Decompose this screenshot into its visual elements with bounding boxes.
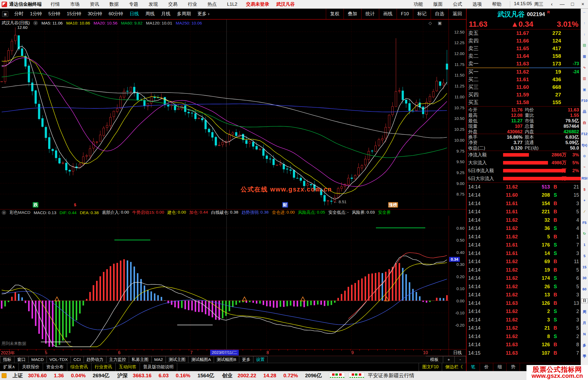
template-button[interactable]: 模板 [426, 356, 443, 363]
menu-item-2[interactable]: 资讯 [85, 1, 104, 7]
index-name-2[interactable]: 创业 [222, 372, 232, 379]
tool-button-2[interactable]: 统计 [361, 9, 379, 19]
tab-indicator-6[interactable]: 主力监控 [106, 356, 129, 363]
period-tab-6[interactable]: 日线 [126, 9, 142, 19]
period-tab-0[interactable]: 分时 [11, 9, 27, 19]
tab-indicator-9[interactable]: 测试主图 [166, 356, 188, 363]
period-tab-1[interactable]: 1分钟 [27, 9, 45, 19]
period-15min[interactable]: 15 [581, 265, 588, 269]
period-tab-2[interactable]: 5分钟 [45, 9, 63, 19]
period-30min[interactable]: 30 [581, 276, 588, 280]
tool-button-4[interactable]: F10 [397, 9, 413, 19]
tick-tab-1[interactable]: 价 [480, 363, 493, 371]
f12-icon[interactable]: F12 [581, 132, 588, 136]
tab-indicator-3[interactable]: VOL-TDX [47, 356, 71, 363]
ext-tab-1[interactable]: 关联报价 [19, 363, 43, 371]
broker-status-icon[interactable] [2, 373, 7, 378]
index-name-0[interactable]: 上证 [13, 372, 23, 379]
tick-tab-2[interactable]: 细 [493, 363, 507, 371]
custom-icon[interactable]: 自 [581, 121, 588, 125]
market-trend-icon-0[interactable] [329, 372, 345, 379]
ext-tab-4[interactable]: 行业资讯 [91, 363, 116, 371]
period-tab-3[interactable]: 15分钟 [63, 9, 84, 19]
period-month[interactable]: 月 [581, 321, 588, 325]
pencil-icon[interactable]: ∕ [581, 210, 588, 214]
collapse-caret-icon[interactable]: ∨ [2, 210, 6, 215]
menu-item-3[interactable]: 数据 [104, 1, 124, 7]
report-icon[interactable]: ▤ [581, 43, 588, 47]
menu-right-item-2[interactable]: 公式 [448, 1, 467, 7]
menu-right-item-0[interactable]: 功能 [409, 1, 428, 7]
menu-item-8[interactable]: 热点 [202, 1, 222, 7]
formula-icon[interactable]: f(x) [581, 143, 588, 147]
tab-indicator-2[interactable]: MACD [29, 356, 47, 363]
refresh-icon[interactable]: ↻ [581, 232, 588, 236]
tab-indicator-10[interactable]: 测试幅图A [188, 356, 214, 363]
layout-icon[interactable]: ▣ [2, 11, 8, 17]
period-multi[interactable]: 多 [581, 343, 588, 348]
tab-indicator-11[interactable]: 测试幅图B [214, 356, 239, 363]
chart-marker-0[interactable]: 跌 [33, 202, 38, 208]
period-tab-8[interactable]: 月线 [158, 9, 174, 19]
zoom-in-button[interactable]: + [443, 356, 455, 363]
market-trend-icon-1[interactable] [349, 372, 365, 379]
tab-indicator-13[interactable]: 设置 [253, 356, 268, 363]
tab-indicator-12[interactable]: 更多 [239, 356, 253, 363]
index-name-1[interactable]: 沪深 [117, 372, 128, 379]
back-arrow-icon[interactable]: ← [581, 10, 588, 14]
tab-indicator-4[interactable]: CCI [71, 356, 84, 363]
tick-tab-3[interactable]: 势 [507, 363, 520, 371]
pages-icon[interactable]: ▣ [581, 88, 588, 92]
period-1min[interactable]: 1 [581, 243, 588, 247]
ext-tab-0[interactable]: 扩展∧ [0, 363, 19, 371]
tool-button-6[interactable]: 自选 [431, 9, 448, 19]
tab-indicator-8[interactable]: MA2 [152, 356, 166, 363]
current-stock-shortcut[interactable]: 武汉凡谷 [273, 1, 298, 7]
menu-right-item-4[interactable]: 帮助 [487, 1, 507, 7]
restore-button[interactable]: □ [567, 1, 578, 7]
menu-item-0[interactable]: 行情 [45, 1, 65, 7]
trade-login-status[interactable]: 交易未登录 [243, 1, 273, 7]
back-button[interactable]: ‹ [547, 1, 557, 7]
grid-quote-icon[interactable]: ▦ [581, 54, 588, 59]
tool-button-3[interactable]: 画线 [379, 9, 397, 19]
menu-item-4[interactable]: 专题 [124, 1, 143, 7]
period-tab-9[interactable]: 多周期 [174, 9, 194, 19]
money-icon[interactable]: $ [581, 188, 588, 192]
trend-line-icon[interactable]: ∿ [581, 66, 588, 70]
menu-right-item-3[interactable]: 选项 [467, 1, 487, 7]
period-tab-4[interactable]: 30分钟 [84, 9, 105, 19]
zoom-out-button[interactable]: - [455, 356, 466, 363]
graphic-f10-button[interactable]: 图文F10 [419, 363, 442, 371]
period-day[interactable]: 日 [581, 299, 588, 303]
macd-panel[interactable]: 0.34 0.600.500.400.300.200.100.00-0.10-0… [0, 216, 466, 349]
period-5min[interactable]: 5 [581, 254, 588, 258]
rsi-icon[interactable]: RSI [581, 177, 588, 181]
f10-icon[interactable]: F10 [581, 99, 588, 103]
menu-item-6[interactable]: 交易 [163, 1, 183, 7]
menu-item-1[interactable]: 市场 [65, 1, 85, 7]
chart-marker-2[interactable]: 财 [282, 202, 288, 208]
up-arrow-icon[interactable]: ↑ [581, 21, 588, 25]
close-button[interactable]: × [578, 1, 588, 7]
ext-tab-6[interactable]: 普及版功能说明 [140, 363, 177, 371]
period-60min[interactable]: 60 [581, 287, 588, 291]
ext-tab-2[interactable]: 资金分布 [43, 363, 67, 371]
menu-right-item-1[interactable]: 版面 [428, 1, 448, 7]
tick-tab-0[interactable]: 笔 [467, 363, 480, 371]
tab-indicator-0[interactable]: 指标 [0, 356, 14, 363]
f5-icon[interactable]: F5 [581, 221, 588, 225]
tab-indicator-1[interactable]: 窗口 [14, 356, 29, 363]
period-tab-10[interactable]: 更多 › [194, 9, 213, 19]
menu-item-5[interactable]: 发现 [143, 1, 163, 7]
period-week[interactable]: 周 [581, 310, 588, 314]
sidebar-toggle-button[interactable]: 侧边栏《 [442, 363, 466, 371]
chart-marker-1[interactable]: $ [73, 202, 77, 208]
chart-style-icons[interactable]: ◇ ▣ [428, 21, 444, 26]
minimize-button[interactable]: — [557, 1, 567, 7]
macd-canvas[interactable] [0, 216, 449, 349]
collapse-caret-icon[interactable]: ∨ [33, 21, 38, 25]
menu-item-7[interactable]: 行业 [183, 1, 202, 7]
chart-marker-3[interactable]: 涨榜 [388, 202, 398, 208]
tree-icon[interactable]: 品 [581, 110, 588, 114]
